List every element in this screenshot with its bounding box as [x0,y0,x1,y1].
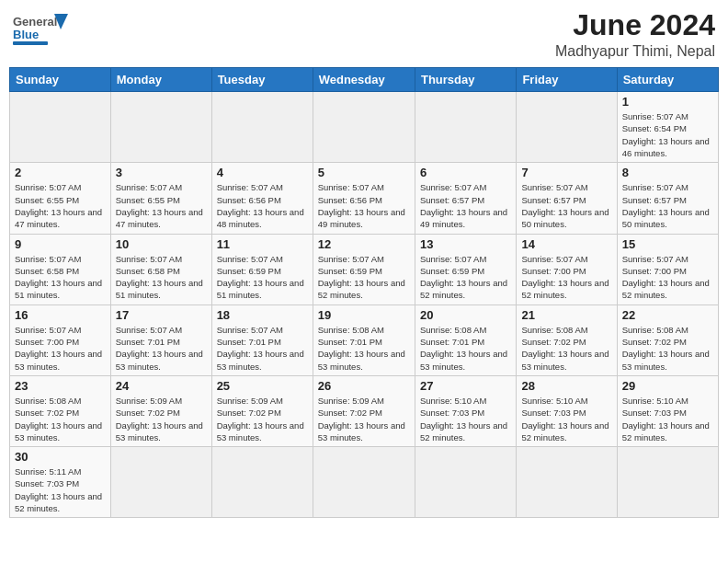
calendar-day-cell [617,447,718,518]
calendar-week-row: 2Sunrise: 5:07 AMSunset: 6:55 PMDaylight… [10,163,719,234]
day-number: 1 [622,95,713,109]
calendar-day-cell: 2Sunrise: 5:07 AMSunset: 6:55 PMDaylight… [10,163,111,234]
weekday-header-thursday: Thursday [415,68,516,92]
svg-text:General: General [13,15,57,29]
day-number: 23 [15,379,106,393]
logo-icon: General Blue [13,9,68,46]
day-info: Sunrise: 5:08 AMSunset: 7:02 PMDaylight:… [622,324,713,373]
day-info: Sunrise: 5:07 AMSunset: 6:56 PMDaylight:… [318,181,410,230]
day-info: Sunrise: 5:07 AMSunset: 7:00 PMDaylight:… [622,253,713,302]
day-info: Sunrise: 5:08 AMSunset: 7:01 PMDaylight:… [420,324,511,373]
day-info: Sunrise: 5:09 AMSunset: 7:02 PMDaylight:… [318,395,410,443]
day-info: Sunrise: 5:08 AMSunset: 7:02 PMDaylight:… [521,324,611,373]
calendar-day-cell: 20Sunrise: 5:08 AMSunset: 7:01 PMDayligh… [415,304,516,375]
calendar-day-cell: 24Sunrise: 5:09 AMSunset: 7:02 PMDayligh… [110,375,211,446]
day-info: Sunrise: 5:07 AMSunset: 6:55 PMDaylight:… [15,181,106,230]
calendar-day-cell [517,447,617,518]
weekday-header-monday: Monday [110,68,211,92]
day-number: 7 [521,166,611,179]
day-number: 15 [622,237,713,251]
calendar-day-cell: 22Sunrise: 5:08 AMSunset: 7:02 PMDayligh… [617,304,718,375]
calendar-day-cell [517,92,617,163]
day-number: 12 [318,237,410,251]
day-number: 26 [318,379,410,393]
day-number: 9 [15,237,106,251]
day-info: Sunrise: 5:07 AMSunset: 6:57 PMDaylight:… [521,181,611,230]
day-number: 24 [116,379,207,393]
calendar-week-row: 9Sunrise: 5:07 AMSunset: 6:58 PMDaylight… [10,234,719,304]
calendar-day-cell: 4Sunrise: 5:07 AMSunset: 6:56 PMDaylight… [211,163,313,234]
calendar-week-row: 23Sunrise: 5:08 AMSunset: 7:02 PMDayligh… [10,375,719,446]
weekday-header-tuesday: Tuesday [211,68,313,92]
calendar-day-cell: 23Sunrise: 5:08 AMSunset: 7:02 PMDayligh… [10,375,111,446]
calendar-day-cell: 10Sunrise: 5:07 AMSunset: 6:58 PMDayligh… [110,234,211,304]
day-number: 17 [116,308,207,322]
calendar-day-cell [10,92,111,163]
day-info: Sunrise: 5:09 AMSunset: 7:02 PMDaylight:… [116,395,207,443]
day-number: 5 [318,166,410,179]
calendar-day-cell [211,92,313,163]
title-area: June 2024 Madhyapur Thimi, Nepal [555,9,715,60]
day-number: 21 [521,308,611,322]
calendar-day-cell: 28Sunrise: 5:10 AMSunset: 7:03 PMDayligh… [517,375,617,446]
day-number: 16 [15,308,106,322]
day-info: Sunrise: 5:07 AMSunset: 6:55 PMDaylight:… [116,181,207,230]
day-info: Sunrise: 5:10 AMSunset: 7:03 PMDaylight:… [521,395,611,443]
day-number: 13 [420,237,511,251]
calendar-day-cell: 6Sunrise: 5:07 AMSunset: 6:57 PMDaylight… [415,163,516,234]
day-number: 20 [420,308,511,322]
calendar-day-cell: 3Sunrise: 5:07 AMSunset: 6:55 PMDaylight… [110,163,211,234]
calendar-day-cell: 15Sunrise: 5:07 AMSunset: 7:00 PMDayligh… [617,234,718,304]
day-number: 11 [217,237,308,251]
calendar-day-cell: 25Sunrise: 5:09 AMSunset: 7:02 PMDayligh… [211,375,313,446]
day-info: Sunrise: 5:08 AMSunset: 7:01 PMDaylight:… [318,324,410,373]
weekday-header-sunday: Sunday [10,68,111,92]
calendar-day-cell [110,447,211,518]
day-info: Sunrise: 5:10 AMSunset: 7:03 PMDaylight:… [622,395,713,443]
day-number: 6 [420,166,511,179]
calendar-day-cell [313,92,415,163]
day-number: 4 [217,166,308,179]
day-number: 22 [622,308,713,322]
svg-text:Blue: Blue [13,28,39,41]
day-number: 25 [217,379,308,393]
calendar-day-cell: 5Sunrise: 5:07 AMSunset: 6:56 PMDaylight… [313,163,415,234]
weekday-header-wednesday: Wednesday [313,68,415,92]
calendar-subtitle: Madhyapur Thimi, Nepal [555,43,715,60]
calendar-day-cell: 29Sunrise: 5:10 AMSunset: 7:03 PMDayligh… [617,375,718,446]
day-number: 30 [15,450,106,464]
day-info: Sunrise: 5:07 AMSunset: 7:00 PMDaylight:… [15,324,106,373]
day-number: 2 [15,166,106,179]
day-info: Sunrise: 5:07 AMSunset: 6:57 PMDaylight:… [622,181,713,230]
calendar-day-cell: 27Sunrise: 5:10 AMSunset: 7:03 PMDayligh… [415,375,516,446]
calendar-day-cell: 21Sunrise: 5:08 AMSunset: 7:02 PMDayligh… [517,304,617,375]
day-info: Sunrise: 5:07 AMSunset: 7:00 PMDaylight:… [521,253,611,302]
svg-rect-3 [13,41,48,45]
day-info: Sunrise: 5:07 AMSunset: 6:56 PMDaylight:… [217,181,308,230]
day-info: Sunrise: 5:07 AMSunset: 7:01 PMDaylight:… [116,324,207,373]
calendar-day-cell [415,92,516,163]
calendar-day-cell: 13Sunrise: 5:07 AMSunset: 6:59 PMDayligh… [415,234,516,304]
page-header: General Blue June 2024 Madhyapur Thimi, … [9,9,719,60]
day-info: Sunrise: 5:07 AMSunset: 6:54 PMDaylight:… [622,110,713,159]
weekday-header-row: SundayMondayTuesdayWednesdayThursdayFrid… [10,68,719,92]
day-info: Sunrise: 5:07 AMSunset: 6:58 PMDaylight:… [15,253,106,302]
day-info: Sunrise: 5:08 AMSunset: 7:02 PMDaylight:… [15,395,106,443]
calendar-day-cell: 17Sunrise: 5:07 AMSunset: 7:01 PMDayligh… [110,304,211,375]
weekday-header-saturday: Saturday [617,68,718,92]
calendar-day-cell: 7Sunrise: 5:07 AMSunset: 6:57 PMDaylight… [517,163,617,234]
calendar-title: June 2024 [555,9,715,41]
calendar-day-cell: 11Sunrise: 5:07 AMSunset: 6:59 PMDayligh… [211,234,313,304]
calendar-day-cell: 12Sunrise: 5:07 AMSunset: 6:59 PMDayligh… [313,234,415,304]
calendar-table: SundayMondayTuesdayWednesdayThursdayFrid… [9,67,719,518]
day-info: Sunrise: 5:09 AMSunset: 7:02 PMDaylight:… [217,395,308,443]
day-number: 29 [622,379,713,393]
calendar-day-cell [211,447,313,518]
day-info: Sunrise: 5:07 AMSunset: 6:59 PMDaylight:… [318,253,410,302]
day-number: 14 [521,237,611,251]
day-info: Sunrise: 5:07 AMSunset: 6:58 PMDaylight:… [116,253,207,302]
weekday-header-friday: Friday [517,68,617,92]
day-number: 19 [318,308,410,322]
logo: General Blue [13,9,68,46]
calendar-week-row: 16Sunrise: 5:07 AMSunset: 7:00 PMDayligh… [10,304,719,375]
